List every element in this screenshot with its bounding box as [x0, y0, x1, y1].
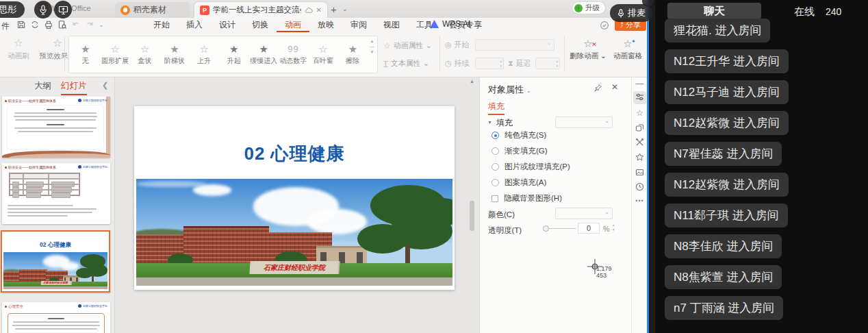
menu-insert[interactable]: 插入 — [178, 18, 211, 32]
chat-message: n7 丁雨涵 进入房间 — [665, 296, 783, 320]
chat-scroll-strip[interactable] — [649, 0, 655, 333]
star-edit-rail-icon[interactable] — [635, 153, 645, 163]
tab-docer[interactable]: 稻壳素材 — [115, 2, 190, 18]
menu-slideshow[interactable]: 放映 — [309, 18, 342, 32]
wps-ai-button[interactable]: WPS AI — [430, 19, 470, 29]
animation-gallery: ★无 ☆圆形扩展 ☆盒状 ★阶梯状 ☆上升 ★升起 ★缓慢进入 99动态数字 ☆… — [68, 36, 378, 73]
scroll-up-icon[interactable]: ▲ — [470, 79, 474, 84]
pin-panel-icon[interactable] — [593, 84, 602, 92]
anim-none[interactable]: ★无 — [71, 43, 100, 66]
mic-toggle-button[interactable] — [34, 1, 52, 18]
collapse-rail-icon[interactable]: — — [635, 79, 645, 89]
upgrade-button[interactable]: ↑ 升级 — [572, 2, 605, 14]
option-solid-fill[interactable]: 纯色填充(S) — [492, 130, 546, 140]
menu-design[interactable]: 设计 — [211, 18, 244, 32]
start-field-label: ◎ 开始 — [445, 40, 470, 50]
editor-scrollbar-thumb[interactable] — [470, 201, 474, 231]
option-hide-background[interactable]: 隐藏背景图形(H) — [492, 193, 562, 204]
delay-spinner[interactable] — [535, 58, 560, 69]
animation-pane-button[interactable]: ☆✦ 动画窗格 — [611, 38, 645, 61]
tab-list-chevron-icon[interactable]: ⌄ — [342, 5, 348, 12]
new-tab-button[interactable]: + — [331, 3, 337, 15]
gallery-scroll-buttons[interactable]: ▴—▾ — [368, 38, 376, 55]
gate-sign-text: 石家庄财经职业学院 — [231, 263, 358, 273]
object-properties-icon[interactable] — [633, 91, 646, 104]
tab-outline[interactable]: 大纲 — [34, 80, 51, 92]
transparency-spinner[interactable]: ▴▾ — [613, 223, 615, 232]
slide-thumbnail-1[interactable]: 职业安全——幼师专属防御体系 石家庄财经职业学院 — [2, 97, 110, 158]
fill-preset-dropdown[interactable] — [555, 116, 613, 128]
anim-rise[interactable]: ☆上升 — [190, 43, 219, 66]
start-dropdown[interactable] — [475, 39, 554, 51]
chat-message: N12赵紫微 进入房间 — [665, 111, 789, 135]
text-properties-button[interactable]: T̲ 文本属性 ⌄ — [383, 58, 429, 69]
find-icon[interactable] — [58, 20, 67, 29]
option-picture-fill[interactable]: 图片或纹理填充(P) — [492, 162, 570, 172]
slide-editor[interactable]: 02 心理健康 — [116, 77, 479, 333]
current-slide-canvas[interactable]: 02 心理健康 — [134, 106, 455, 290]
slide-title[interactable]: 02 心理健康 — [134, 142, 455, 166]
menu-transition[interactable]: 切换 — [244, 18, 277, 32]
slide-thumbnail-4[interactable]: 心理安全 石家庄财经职业学院 — [2, 302, 110, 333]
anim-wipe[interactable]: ★擦除 — [338, 43, 368, 66]
share-icon: ⤴ — [620, 21, 624, 29]
section-collapse-icon[interactable]: ▼ — [487, 120, 492, 125]
color-dropdown[interactable] — [555, 208, 613, 219]
anim-slow-enter[interactable]: ★缓慢进入 — [248, 43, 278, 66]
tab-slides[interactable]: 幻灯片 — [61, 80, 87, 95]
anim-dynamic-number[interactable]: 99动态数字 — [279, 43, 308, 66]
screen-share-button[interactable] — [54, 1, 72, 18]
anim-float-up[interactable]: ★升起 — [219, 43, 248, 66]
slider-knob[interactable] — [543, 225, 549, 232]
quick-access-chevron-icon[interactable]: ⌄ — [99, 21, 104, 28]
animation-rail-icon[interactable]: ☆ — [635, 108, 645, 119]
history-rail-icon[interactable] — [635, 182, 645, 193]
option-pattern-fill[interactable]: 图案填充(A) — [492, 177, 546, 188]
thumb3-campus-photo: 石家庄财经职业学院 — [3, 252, 107, 289]
wps-ai-label: WPS AI — [442, 19, 470, 29]
school-emblem-icon — [78, 165, 81, 169]
anim-stairs[interactable]: ★阶梯状 — [159, 43, 189, 66]
animation-properties-button[interactable]: ☆ 动画属性 ⌄ — [383, 40, 432, 51]
fill-tab[interactable]: 填充 — [488, 101, 505, 112]
duration-spinner[interactable] — [475, 58, 504, 69]
slide-thumbnail-2[interactable]: 职业安全——幼师专属防御体系 石家庄财经职业学院 — [2, 163, 110, 224]
star-icon: ★ — [219, 43, 248, 56]
star-icon: ☆ — [190, 43, 219, 56]
menu-start[interactable]: 开始 — [145, 18, 178, 32]
animation-brush-button[interactable]: ☆ 动画刷 — [3, 36, 34, 61]
queue-mic-button[interactable]: 排麦 — [610, 4, 652, 22]
tab-document-active[interactable]: P 学前一线上实习主题交流会 ✕ — [194, 2, 327, 18]
status-check-icon[interactable] — [600, 21, 609, 30]
anim-circle-expand[interactable]: ☆圆形扩展 — [100, 43, 129, 66]
file-menu[interactable]: 件 — [1, 21, 10, 32]
transparency-value-input[interactable]: 0 — [578, 223, 600, 234]
number-99-icon: 99 — [279, 43, 308, 56]
option-gradient-fill[interactable]: 渐变填充(G) — [492, 146, 548, 156]
undo-icon[interactable] — [71, 20, 81, 29]
menu-review[interactable]: 审阅 — [342, 18, 375, 32]
close-tab-icon[interactable]: ✕ — [316, 6, 322, 14]
delete-animation-button[interactable]: ☆✕ 删除动画 ⌄ — [568, 38, 608, 61]
collapse-sidebar-icon[interactable]: ❮ — [102, 81, 108, 90]
chat-message-list[interactable]: 狸花猫. 进入房间 N12王升华 进入房间 N12马子迪 进入房间 N12赵紫微… — [665, 18, 789, 320]
campus-photo[interactable]: 石家庄财经职业学院 — [136, 179, 452, 286]
tools-rail-icon[interactable] — [635, 138, 645, 148]
save-icon[interactable] — [16, 20, 26, 29]
image-edit-rail-icon[interactable] — [635, 168, 645, 178]
chevron-down-icon[interactable]: ⌄ — [526, 88, 531, 94]
anim-box[interactable]: ☆盒状 — [130, 43, 159, 66]
shapes-rail-icon[interactable] — [635, 123, 645, 134]
slide-thumbnail-3-selected[interactable]: 02 心理健康 — [1, 230, 110, 293]
chat-tab[interactable]: 聊天 — [667, 3, 761, 19]
close-panel-icon[interactable]: ✕ — [611, 82, 618, 92]
content-area: 大纲 幻灯片 ❮ 职业安全——幼师专属防御体系 石家庄财经职业学院 — [0, 77, 647, 333]
print-icon[interactable] — [44, 20, 53, 29]
redo-icon[interactable] — [85, 20, 94, 29]
sync-icon[interactable] — [30, 20, 40, 29]
menu-animation-active[interactable]: 动画 — [277, 18, 309, 32]
menu-view[interactable]: 视图 — [375, 18, 408, 32]
online-label: 在线 — [794, 5, 815, 18]
anim-blinds[interactable]: ☆百叶窗 — [308, 43, 337, 66]
more-rail-icon[interactable]: ••• — [635, 197, 645, 208]
